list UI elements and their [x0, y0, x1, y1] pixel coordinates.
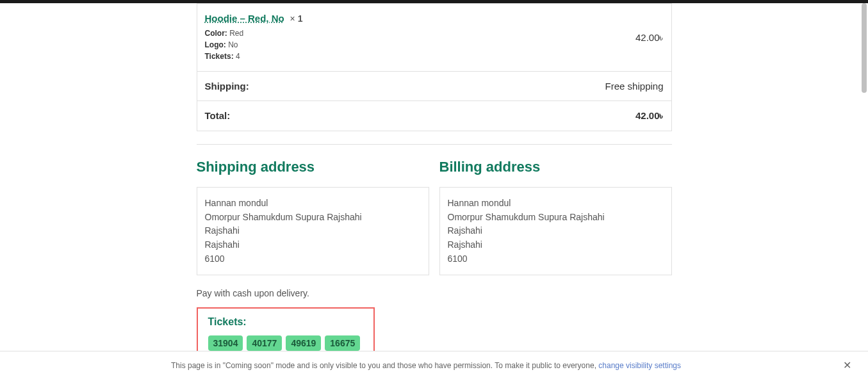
product-meta: Color: Red Logo: No Tickets: 4	[205, 28, 450, 62]
product-price-cell: 42.00৳	[458, 4, 671, 72]
address-line: 6100	[448, 252, 664, 266]
address-row: Shipping address Hannan mondul Omorpur S…	[197, 159, 672, 275]
footer-bar: This page is in "Coming soon" mode and i…	[0, 351, 868, 362]
ticket-pill: 16675	[325, 335, 360, 351]
shipping-heading: Shipping address	[197, 159, 429, 175]
scrollbar[interactable]	[860, 3, 868, 352]
total-label-cell: Total:	[197, 101, 458, 131]
address-line: Rajshahi	[448, 224, 664, 238]
billing-address-col: Billing address Hannan mondul Omorpur Sh…	[439, 159, 672, 275]
ticket-pill: 40177	[247, 335, 282, 351]
address-line: Hannan mondul	[205, 197, 421, 211]
billing-heading: Billing address	[439, 159, 672, 175]
table-row: Hoodie – Red, No × 1 Color: Red Logo: No…	[197, 4, 671, 72]
payment-note: Pay with cash upon delivery.	[197, 288, 672, 298]
address-line: Hannan mondul	[448, 197, 664, 211]
product-price: 42.00৳	[635, 32, 664, 43]
address-line: Rajshahi	[205, 224, 421, 238]
ticket-pills: 31904 40177 49619 16675	[208, 335, 363, 351]
address-line: Omorpur Shamukdum Supura Rajshahi	[448, 211, 664, 225]
address-line: 6100	[205, 252, 421, 266]
tickets-heading: Tickets:	[208, 316, 363, 328]
total-label: Total:	[205, 110, 231, 121]
shipping-address-box: Hannan mondul Omorpur Shamukdum Supura R…	[197, 187, 429, 275]
divider	[197, 144, 672, 145]
order-summary-table: Hoodie – Red, No × 1 Color: Red Logo: No…	[197, 3, 672, 131]
total-value-cell: 42.00৳	[458, 101, 671, 131]
shipping-value-cell: Free shipping	[458, 72, 671, 101]
footer-text: This page is in "Coming soon" mode and i…	[13, 361, 839, 363]
shipping-label-cell: Shipping:	[197, 72, 458, 101]
order-container: Hoodie – Red, No × 1 Color: Red Logo: No…	[195, 3, 673, 362]
billing-address-box: Hannan mondul Omorpur Shamukdum Supura R…	[439, 187, 672, 275]
ticket-pill: 31904	[208, 335, 243, 351]
table-row: Total: 42.00৳	[197, 101, 671, 131]
shipping-address-col: Shipping address Hannan mondul Omorpur S…	[197, 159, 429, 275]
product-cell: Hoodie – Red, No × 1 Color: Red Logo: No…	[197, 4, 458, 72]
change-visibility-link[interactable]: change visibility settings	[598, 361, 681, 363]
address-line: Rajshahi	[205, 238, 421, 252]
address-line: Omorpur Shamukdum Supura Rajshahi	[205, 211, 421, 225]
table-row: Shipping: Free shipping	[197, 72, 671, 101]
product-link[interactable]: Hoodie – Red, No	[205, 13, 284, 24]
address-line: Rajshahi	[448, 238, 664, 252]
scrollbar-thumb[interactable]	[862, 3, 867, 93]
shipping-label: Shipping:	[205, 81, 249, 92]
ticket-pill: 49619	[286, 335, 321, 351]
close-icon[interactable]: ✕	[839, 359, 855, 362]
total-value: 42.00৳	[635, 110, 664, 121]
product-qty: × 1	[290, 13, 303, 24]
shipping-value: Free shipping	[605, 81, 664, 92]
